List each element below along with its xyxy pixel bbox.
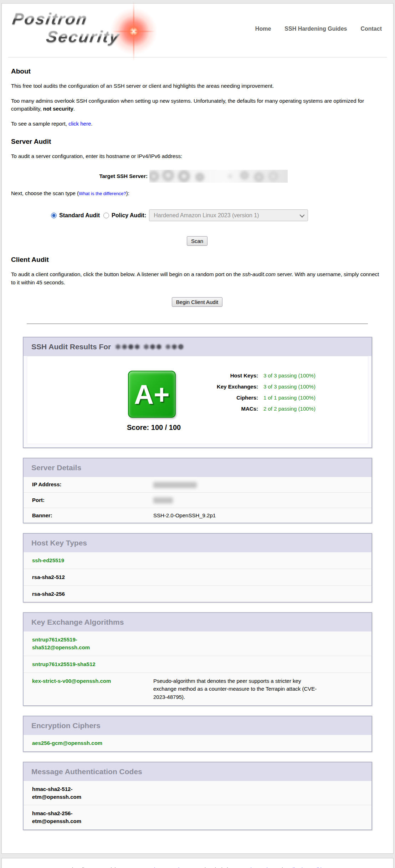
policy-select-value: Hardened Amazon Linux 2023 (version 1)	[154, 212, 259, 219]
logo-text-line1: Positron	[11, 10, 89, 28]
grade-badge: A+	[128, 371, 176, 418]
results-panel-header: SSH Audit Results For ✻❋✺✱ ✼❃✽ ❊✾❁	[24, 337, 371, 356]
about-heading: About	[11, 67, 383, 75]
policy-select[interactable]: Hardened Amazon Linux 2023 (version 1)	[149, 209, 308, 221]
scan-type-difference-link[interactable]: What is the difference?	[79, 191, 126, 196]
about-p2-bold: not security	[43, 106, 73, 112]
stat-row-key-exchanges: Key Exchanges: 3 of 3 passing (100%)	[214, 383, 316, 390]
list-item: rsa-sha2-256	[24, 585, 371, 602]
redacted-port-value	[153, 497, 173, 503]
policy-audit-radio[interactable]	[103, 213, 109, 218]
results-title: SSH Audit Results For	[31, 342, 111, 351]
list-item: aes256-gcm@openssh.com	[24, 735, 371, 751]
server-audit-heading: Server Audit	[11, 138, 383, 146]
scan-type-paragraph: Next, choose the scan type (What is the …	[11, 189, 383, 198]
redacted-ip-value	[153, 482, 197, 488]
sample-report-link[interactable]: click here	[68, 121, 91, 127]
target-ssh-server-input[interactable]	[149, 170, 288, 183]
begin-client-audit-button[interactable]: Begin Client Audit	[172, 297, 222, 307]
logo-text-line2: Security	[45, 28, 121, 46]
banner-value: SSH-2.0-OpenSSH_9.2p1	[153, 512, 365, 518]
list-item: hmac-sha2-512- etm@openssh.com	[24, 781, 371, 805]
standard-audit-radio[interactable]	[51, 213, 57, 218]
macs-header: Message Authentication Codes	[24, 762, 371, 781]
scan-button[interactable]: Scan	[187, 236, 207, 246]
target-server-row: Target SSH Server:	[11, 170, 383, 183]
key-exchange-panel: Key Exchange Algorithms sntrup761x25519-…	[23, 612, 372, 706]
positron-security-logo[interactable]: Positron Security	[12, 10, 166, 53]
site-header: Positron Security Home SSH Hardening Gui…	[2, 4, 393, 56]
about-paragraph-3: To see a sample report, click here.	[11, 120, 383, 128]
macs-panel: Message Authentication Codes hmac-sha2-5…	[23, 762, 372, 830]
key-exchange-header: Key Exchange Algorithms	[24, 613, 371, 631]
header-divider	[8, 57, 387, 57]
kex-strict-description: Pseudo-algorithm that denotes the peer s…	[153, 677, 365, 701]
scan-type-row: Standard Audit Policy Audit: Hardened Am…	[51, 209, 383, 221]
host-key-types-header: Host Key Types	[24, 534, 371, 552]
stat-row-host-keys: Host Keys: 3 of 3 passing (100%)	[214, 372, 316, 379]
encryption-ciphers-panel: Encryption Ciphers aes256-gcm@openssh.co…	[23, 716, 372, 752]
results-stats: Host Keys: 3 of 3 passing (100%) Key Exc…	[214, 371, 316, 432]
stat-row-macs: MACs: 2 of 2 passing (100%)	[214, 405, 316, 412]
list-item: ssh-ed25519	[24, 552, 371, 569]
server-details-header: Server Details	[24, 458, 371, 477]
main-content-card: Positron Security Home SSH Hardening Gui…	[1, 3, 394, 854]
nav-link-contact[interactable]: Contact	[360, 26, 382, 32]
redacted-hostname-value	[149, 170, 288, 183]
results-body: A+ Score: 100 / 100 Host Keys: 3 of 3 pa…	[27, 356, 368, 444]
stat-row-ciphers: Ciphers: 1 of 1 passing (100%)	[214, 394, 316, 401]
server-audit-intro: To audit a server configuration, enter i…	[11, 152, 383, 161]
redacted-host-title: ✻❋✺✱ ✼❃✽ ❊✾❁	[115, 343, 184, 351]
list-item: hmac-sha2-256- etm@openssh.com	[24, 805, 371, 829]
ssh-audit-domain-italic: ssh-audit.com	[242, 271, 276, 277]
ssh-audit-results-panel: SSH Audit Results For ✻❋✺✱ ✼❃✽ ❊✾❁ A+ Sc…	[23, 337, 372, 448]
about-paragraph-2: Too many admins overlook SSH configurati…	[11, 97, 383, 113]
about-p1-text: This free tool audits the configuration …	[11, 83, 274, 89]
list-item: rsa-sha2-512	[24, 569, 371, 585]
results-divider	[27, 324, 368, 324]
client-audit-paragraph: To audit a client configuration, click t…	[11, 270, 383, 286]
table-row: Banner: SSH-2.0-OpenSSH_9.2p1	[24, 508, 371, 523]
chevron-down-icon	[300, 212, 305, 217]
table-row: IP Address:	[24, 477, 371, 492]
target-ssh-server-label: Target SSH Server:	[11, 173, 149, 179]
score-text: Score: 100 / 100	[127, 423, 177, 432]
encryption-ciphers-header: Encryption Ciphers	[24, 716, 371, 735]
list-item: sntrup761x25519- sha512@openssh.com	[24, 631, 371, 656]
main-nav: Home SSH Hardening Guides Contact	[242, 26, 382, 32]
nav-link-home[interactable]: Home	[255, 26, 271, 32]
client-audit-heading: Client Audit	[11, 256, 383, 264]
list-item: sntrup761x25519-sha512	[24, 656, 371, 672]
host-key-types-panel: Host Key Types ssh-ed25519 rsa-sha2-512 …	[23, 533, 372, 603]
table-row: Port:	[24, 492, 371, 508]
standard-audit-label: Standard Audit	[59, 212, 100, 219]
server-details-panel: Server Details IP Address: Port: Banner:…	[23, 458, 372, 523]
list-item: kex-strict-s-v00@openssh.com Pseudo-algo…	[24, 672, 371, 706]
nav-link-ssh-hardening-guides[interactable]: SSH Hardening Guides	[284, 26, 347, 32]
page-footer: sshaudit.com Copyright 2017-2023 Positro…	[1, 858, 394, 868]
about-paragraph-1: This free tool audits the configuration …	[11, 82, 383, 90]
policy-audit-label: Policy Audit:	[112, 212, 146, 219]
